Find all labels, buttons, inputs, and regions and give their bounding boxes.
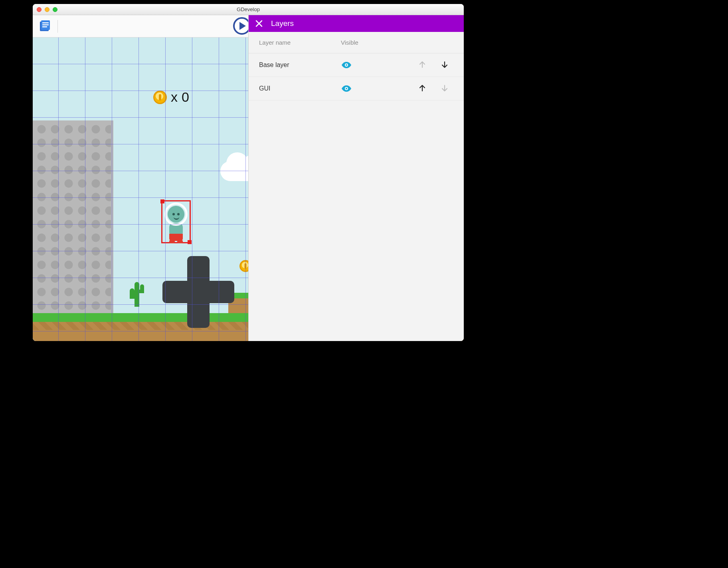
layers-columns: Layer name Visible [249,32,464,53]
app-window: GDevelop [33,4,464,341]
eye-icon [341,85,352,93]
close-icon [255,20,263,27]
arrow-down-icon [441,84,449,92]
arrow-up-icon [418,84,426,92]
visibility-toggle[interactable] [341,61,352,69]
layers-panel: Layers Layer name Visible Base layer [248,15,464,341]
svg-rect-3 [42,24,49,26]
titlebar: GDevelop [33,4,464,15]
svg-rect-2 [42,22,49,24]
move-layer-down-button[interactable] [441,61,449,69]
window-title: GDevelop [33,6,464,12]
arrow-up-icon [418,61,426,69]
layer-name: GUI [259,85,341,92]
document-icon [39,20,51,32]
layer-row-gui[interactable]: GUI [249,77,464,101]
visibility-toggle[interactable] [341,85,352,93]
window-zoom-button[interactable] [53,7,57,12]
toolbar-divider [57,20,58,33]
window-minimize-button[interactable] [45,7,49,12]
move-layer-up-button[interactable] [418,84,427,93]
layer-row-base[interactable]: Base layer [249,53,464,77]
svg-point-6 [346,64,347,66]
svg-point-8 [346,88,347,89]
close-panel-button[interactable] [254,19,264,28]
layer-name: Base layer [259,61,341,69]
move-layer-down-button [441,84,449,93]
layers-panel-header: Layers [249,15,464,32]
content-area: x 0 Layers Layer name Visible Base laye [33,15,464,341]
window-controls [37,7,57,12]
column-header-visible: Visible [341,39,389,46]
layers-panel-title: Layers [271,19,294,28]
svg-rect-4 [42,26,47,28]
window-close-button[interactable] [37,7,42,12]
eye-icon [341,61,352,69]
move-layer-up-button [418,61,427,69]
column-header-name: Layer name [259,39,341,46]
project-manager-button[interactable] [37,18,53,34]
arrow-down-icon [441,61,449,69]
